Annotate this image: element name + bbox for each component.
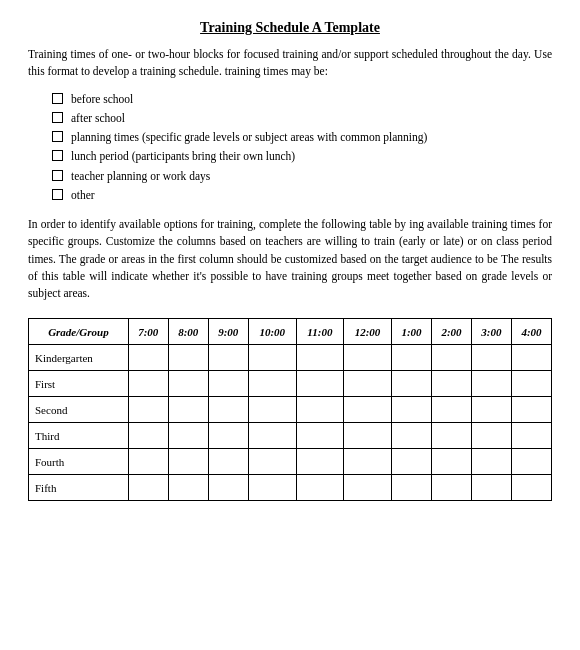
- time-cell[interactable]: [343, 397, 391, 423]
- checkbox-icon: [52, 170, 63, 181]
- time-cell[interactable]: [168, 475, 208, 501]
- col-header-400: 4:00: [511, 319, 551, 345]
- time-cell[interactable]: [431, 449, 471, 475]
- time-cell[interactable]: [343, 345, 391, 371]
- time-cell[interactable]: [128, 371, 168, 397]
- list-item-label: planning times (specific grade levels or…: [71, 129, 427, 146]
- time-cell[interactable]: [431, 397, 471, 423]
- time-cell[interactable]: [392, 423, 432, 449]
- time-cell[interactable]: [296, 423, 343, 449]
- list-item-label: teacher planning or work days: [71, 168, 210, 185]
- time-cell[interactable]: [208, 423, 248, 449]
- list-item: other: [52, 187, 552, 204]
- time-cell[interactable]: [128, 423, 168, 449]
- time-cell[interactable]: [471, 345, 511, 371]
- checkbox-icon: [52, 189, 63, 200]
- time-cell[interactable]: [296, 449, 343, 475]
- col-header-100: 1:00: [392, 319, 432, 345]
- time-cell[interactable]: [168, 449, 208, 475]
- time-cell[interactable]: [511, 423, 551, 449]
- time-cell[interactable]: [128, 397, 168, 423]
- time-cell[interactable]: [431, 475, 471, 501]
- time-cell[interactable]: [431, 423, 471, 449]
- time-cell[interactable]: [343, 423, 391, 449]
- time-cell[interactable]: [343, 371, 391, 397]
- grade-cell: Fifth: [29, 475, 129, 501]
- col-header-700: 7:00: [128, 319, 168, 345]
- intro-paragraph: Training times of one- or two-hour block…: [28, 46, 552, 81]
- table-row: Third: [29, 423, 552, 449]
- checklist: before school after school planning time…: [52, 91, 552, 205]
- grade-cell: Second: [29, 397, 129, 423]
- time-cell[interactable]: [392, 475, 432, 501]
- time-cell[interactable]: [128, 449, 168, 475]
- list-item-label: before school: [71, 91, 133, 108]
- time-cell[interactable]: [392, 345, 432, 371]
- schedule-table: Grade/Group 7:00 8:00 9:00 10:00 11:00 1…: [28, 318, 552, 501]
- page-title: Training Schedule A Template: [28, 20, 552, 36]
- time-cell[interactable]: [208, 397, 248, 423]
- time-cell[interactable]: [168, 345, 208, 371]
- time-cell[interactable]: [471, 475, 511, 501]
- col-header-1100: 11:00: [296, 319, 343, 345]
- time-cell[interactable]: [296, 475, 343, 501]
- time-cell[interactable]: [208, 475, 248, 501]
- col-header-300: 3:00: [471, 319, 511, 345]
- col-header-800: 8:00: [168, 319, 208, 345]
- time-cell[interactable]: [392, 397, 432, 423]
- grade-cell: Fourth: [29, 449, 129, 475]
- time-cell[interactable]: [392, 371, 432, 397]
- time-cell[interactable]: [248, 397, 296, 423]
- table-row: Fourth: [29, 449, 552, 475]
- time-cell[interactable]: [392, 449, 432, 475]
- list-item-label: other: [71, 187, 95, 204]
- time-cell[interactable]: [248, 475, 296, 501]
- time-cell[interactable]: [208, 449, 248, 475]
- time-cell[interactable]: [511, 371, 551, 397]
- col-header-grade: Grade/Group: [29, 319, 129, 345]
- time-cell[interactable]: [248, 449, 296, 475]
- time-cell[interactable]: [128, 345, 168, 371]
- time-cell[interactable]: [296, 345, 343, 371]
- time-cell[interactable]: [248, 423, 296, 449]
- time-cell[interactable]: [208, 371, 248, 397]
- time-cell[interactable]: [128, 475, 168, 501]
- time-cell[interactable]: [431, 371, 471, 397]
- time-cell[interactable]: [248, 345, 296, 371]
- time-cell[interactable]: [296, 371, 343, 397]
- time-cell[interactable]: [511, 449, 551, 475]
- time-cell[interactable]: [296, 397, 343, 423]
- grade-cell: Kindergarten: [29, 345, 129, 371]
- time-cell[interactable]: [248, 371, 296, 397]
- time-cell[interactable]: [471, 423, 511, 449]
- table-row: Second: [29, 397, 552, 423]
- time-cell[interactable]: [343, 449, 391, 475]
- list-item: teacher planning or work days: [52, 168, 552, 185]
- list-item: planning times (specific grade levels or…: [52, 129, 552, 146]
- list-item: lunch period (participants bring their o…: [52, 148, 552, 165]
- list-item: before school: [52, 91, 552, 108]
- time-cell[interactable]: [471, 397, 511, 423]
- time-cell[interactable]: [471, 371, 511, 397]
- time-cell[interactable]: [208, 345, 248, 371]
- time-cell[interactable]: [431, 345, 471, 371]
- time-cell[interactable]: [511, 345, 551, 371]
- checkbox-icon: [52, 112, 63, 123]
- col-header-900: 9:00: [208, 319, 248, 345]
- time-cell[interactable]: [511, 397, 551, 423]
- time-cell[interactable]: [168, 371, 208, 397]
- table-row: Fifth: [29, 475, 552, 501]
- time-cell[interactable]: [471, 449, 511, 475]
- time-cell[interactable]: [343, 475, 391, 501]
- list-item-label: lunch period (participants bring their o…: [71, 148, 295, 165]
- col-header-200: 2:00: [431, 319, 471, 345]
- time-cell[interactable]: [511, 475, 551, 501]
- grade-cell: First: [29, 371, 129, 397]
- checkbox-icon: [52, 150, 63, 161]
- time-cell[interactable]: [168, 397, 208, 423]
- checkbox-icon: [52, 131, 63, 142]
- time-cell[interactable]: [168, 423, 208, 449]
- table-row: Kindergarten: [29, 345, 552, 371]
- table-header-row: Grade/Group 7:00 8:00 9:00 10:00 11:00 1…: [29, 319, 552, 345]
- grade-cell: Third: [29, 423, 129, 449]
